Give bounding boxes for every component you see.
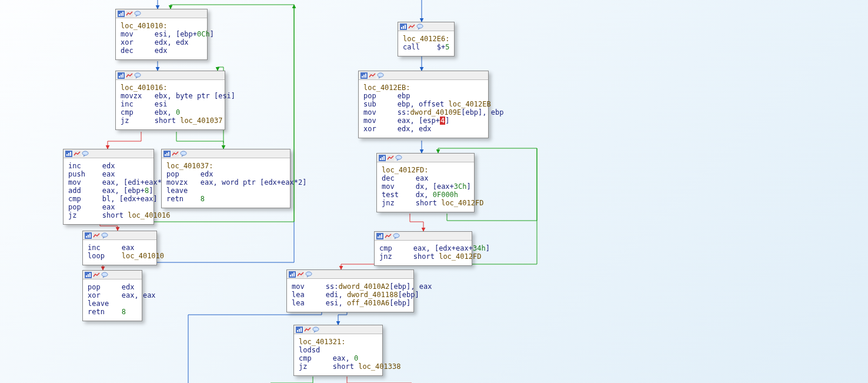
svg-rect-8 [121, 75, 122, 78]
svg-rect-26 [88, 235, 89, 238]
block-cmp-40130B[interactable]: cmp eax, [edx+eax+34h] jnz short loc_401… [374, 231, 472, 266]
svg-rect-68 [299, 329, 300, 332]
svg-rect-57 [381, 234, 382, 238]
svg-rect-25 [86, 236, 87, 238]
block-loc_4012EB[interactable]: loc_4012EB: pop ebp sub ebp, offset loc_… [358, 71, 489, 138]
svg-point-59 [393, 234, 399, 238]
block-loc_401321[interactable]: loc_401321: lodsd cmp eax, 0 jz short lo… [293, 325, 383, 376]
node-titlebar [359, 71, 488, 80]
block-loc_4012FD[interactable]: loc_4012FD: dec eax mov dx, [eax+3Ch] te… [376, 153, 475, 212]
block-exit-401050[interactable]: pop edx xor eax, eax leave retn 8 [82, 270, 142, 321]
svg-rect-21 [168, 152, 169, 156]
svg-rect-44 [363, 75, 365, 78]
svg-rect-49 [380, 158, 381, 160]
node-titlebar [116, 9, 207, 18]
svg-rect-50 [382, 157, 383, 160]
svg-point-23 [181, 151, 186, 155]
code: loc_4012FD: dec eax mov dx, [eax+3Ch] te… [377, 162, 474, 212]
svg-rect-9 [122, 74, 123, 78]
svg-rect-7 [119, 76, 120, 78]
block-fallthrough-401026[interactable]: inc edx push eax mov eax, [edi+eax*4] ad… [63, 149, 154, 225]
svg-rect-37 [401, 27, 402, 29]
code: inc edx push eax mov eax, [edi+eax*4] ad… [64, 158, 153, 224]
svg-rect-39 [405, 25, 406, 29]
svg-point-17 [82, 151, 88, 155]
svg-rect-56 [379, 235, 380, 238]
svg-point-71 [313, 327, 319, 331]
block-loc_401037[interactable]: loc_401037: pop edx movzx eax, word ptr … [161, 149, 291, 208]
svg-rect-14 [68, 153, 69, 156]
node-titlebar [64, 149, 153, 158]
svg-point-11 [135, 73, 141, 77]
svg-rect-2 [121, 13, 122, 16]
svg-rect-1 [119, 14, 120, 16]
code: loc_401321: lodsd cmp eax, 0 jz short lo… [294, 334, 382, 375]
svg-rect-67 [297, 330, 298, 332]
block-loop-401040[interactable]: inc eax loop loc_401010 [82, 231, 157, 265]
node-titlebar [83, 231, 156, 240]
svg-rect-45 [365, 74, 366, 78]
svg-rect-33 [89, 273, 91, 277]
svg-rect-55 [378, 237, 379, 238]
node-titlebar [116, 71, 225, 80]
block-loc_401010[interactable]: loc_401010: mov esi, [ebp+0Ch] xor edx, … [115, 9, 208, 60]
svg-rect-19 [165, 154, 166, 156]
node-titlebar [83, 271, 142, 279]
svg-rect-43 [362, 76, 363, 78]
svg-rect-61 [290, 275, 291, 277]
svg-rect-31 [86, 275, 87, 277]
code: mov ss:dword_4010A2[ebp], eax lea edi, d… [287, 279, 413, 312]
svg-rect-69 [301, 328, 302, 332]
svg-point-29 [102, 233, 108, 237]
code: cmp eax, [edx+eax+34h] jnz short loc_401… [375, 241, 472, 265]
svg-rect-20 [166, 153, 168, 156]
graph-canvas[interactable]: loc_401010: mov esi, [ebp+0Ch] xor edx, … [0, 0, 868, 383]
svg-point-53 [396, 155, 402, 159]
svg-rect-15 [70, 152, 71, 156]
code: loc_401016: movzx ebx, byte ptr [esi] in… [116, 80, 225, 129]
block-loc_401016[interactable]: loc_401016: movzx ebx, byte ptr [esi] in… [115, 71, 225, 130]
svg-rect-38 [403, 26, 404, 29]
svg-point-65 [306, 272, 312, 276]
node-titlebar [294, 325, 382, 334]
node-titlebar [398, 22, 454, 31]
block-mov-401312[interactable]: mov ss:dword_4010A2[ebp], eax lea edi, d… [286, 269, 414, 312]
code: loc_4012E6: call $+5 [398, 31, 454, 56]
svg-point-47 [378, 73, 383, 77]
svg-rect-63 [293, 272, 295, 277]
svg-rect-62 [292, 274, 293, 277]
code: loc_4012EB: pop ebp sub ebp, offset loc_… [359, 80, 488, 138]
svg-rect-32 [88, 274, 89, 277]
svg-rect-51 [383, 156, 385, 160]
node-titlebar [375, 232, 472, 241]
node-titlebar [377, 154, 474, 162]
node-titlebar [162, 149, 290, 158]
svg-point-41 [417, 24, 423, 28]
code: loc_401037: pop edx movzx eax, word ptr … [162, 158, 290, 208]
code: inc eax loop loc_401010 [83, 240, 156, 265]
code: loc_401010: mov esi, [ebp+0Ch] xor edx, … [116, 18, 207, 59]
node-titlebar [287, 270, 413, 279]
svg-rect-27 [89, 234, 91, 238]
code: pop edx xor eax, eax leave retn 8 [83, 279, 142, 321]
svg-rect-3 [122, 12, 123, 16]
svg-point-5 [135, 11, 141, 15]
svg-point-35 [102, 272, 108, 277]
block-loc_4012E6[interactable]: loc_4012E6: call $+5 [398, 22, 455, 56]
svg-rect-13 [66, 154, 68, 156]
